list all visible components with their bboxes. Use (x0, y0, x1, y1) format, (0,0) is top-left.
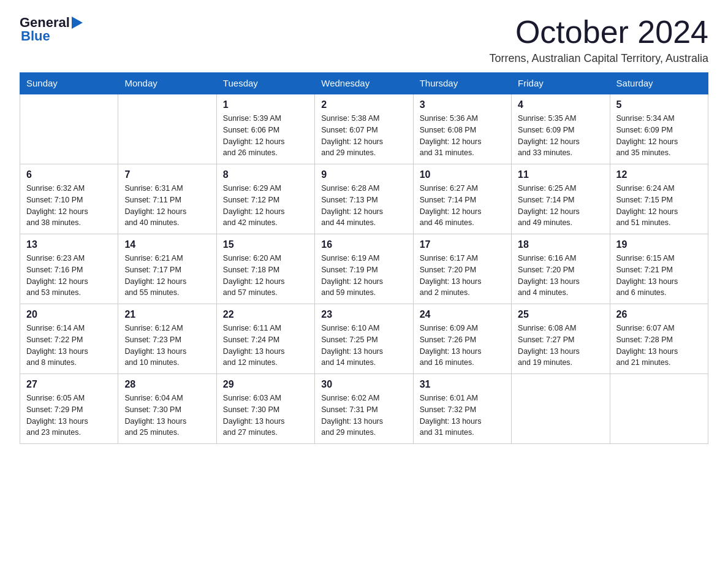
day-number: 28 (124, 379, 210, 390)
location-subtitle: Torrens, Australian Capital Territory, A… (490, 52, 709, 65)
col-header-friday: Friday (512, 73, 610, 94)
logo-text-blue: Blue (21, 28, 50, 44)
calendar-cell: 16Sunrise: 6:19 AMSunset: 7:19 PMDayligh… (315, 234, 413, 304)
day-info: Sunrise: 6:03 AMSunset: 7:30 PMDaylight:… (223, 393, 308, 439)
day-number: 5 (616, 99, 702, 110)
day-info: Sunrise: 6:05 AMSunset: 7:29 PMDaylight:… (26, 393, 112, 439)
calendar-cell: 11Sunrise: 6:25 AMSunset: 7:14 PMDayligh… (512, 164, 610, 234)
day-number: 15 (223, 239, 308, 250)
day-info: Sunrise: 5:34 AMSunset: 6:09 PMDaylight:… (616, 113, 702, 159)
calendar-cell: 8Sunrise: 6:29 AMSunset: 7:12 PMDaylight… (216, 164, 314, 234)
day-number: 14 (124, 239, 210, 250)
calendar-cell: 28Sunrise: 6:04 AMSunset: 7:30 PMDayligh… (118, 374, 216, 444)
day-number: 3 (420, 99, 505, 110)
calendar-cell: 6Sunrise: 6:32 AMSunset: 7:10 PMDaylight… (20, 164, 118, 234)
month-title: October 2024 (490, 15, 709, 50)
day-number: 31 (420, 379, 505, 390)
day-info: Sunrise: 6:07 AMSunset: 7:28 PMDaylight:… (616, 323, 702, 369)
calendar-cell: 31Sunrise: 6:01 AMSunset: 7:32 PMDayligh… (413, 374, 511, 444)
day-info: Sunrise: 6:24 AMSunset: 7:15 PMDaylight:… (616, 183, 702, 229)
calendar-table: SundayMondayTuesdayWednesdayThursdayFrid… (20, 72, 708, 444)
calendar-cell: 15Sunrise: 6:20 AMSunset: 7:18 PMDayligh… (216, 234, 314, 304)
day-number: 13 (26, 239, 112, 250)
day-number: 18 (518, 239, 603, 250)
calendar-cell: 4Sunrise: 5:35 AMSunset: 6:09 PMDaylight… (512, 94, 610, 164)
calendar-cell: 3Sunrise: 5:36 AMSunset: 6:08 PMDaylight… (413, 94, 511, 164)
day-number: 20 (26, 309, 112, 320)
calendar-cell (610, 374, 708, 444)
day-info: Sunrise: 6:20 AMSunset: 7:18 PMDaylight:… (223, 253, 308, 299)
calendar-cell: 30Sunrise: 6:02 AMSunset: 7:31 PMDayligh… (315, 374, 413, 444)
calendar-week-row: 6Sunrise: 6:32 AMSunset: 7:10 PMDaylight… (20, 164, 708, 234)
day-number: 4 (518, 99, 603, 110)
day-info: Sunrise: 6:29 AMSunset: 7:12 PMDaylight:… (223, 183, 308, 229)
day-info: Sunrise: 6:17 AMSunset: 7:20 PMDaylight:… (420, 253, 505, 299)
day-number: 22 (223, 309, 308, 320)
day-info: Sunrise: 6:15 AMSunset: 7:21 PMDaylight:… (616, 253, 702, 299)
calendar-cell: 10Sunrise: 6:27 AMSunset: 7:14 PMDayligh… (413, 164, 511, 234)
calendar-cell: 2Sunrise: 5:38 AMSunset: 6:07 PMDaylight… (315, 94, 413, 164)
calendar-cell: 20Sunrise: 6:14 AMSunset: 7:22 PMDayligh… (20, 304, 118, 374)
day-info: Sunrise: 5:35 AMSunset: 6:09 PMDaylight:… (518, 113, 603, 159)
day-number: 17 (420, 239, 505, 250)
calendar-cell: 22Sunrise: 6:11 AMSunset: 7:24 PMDayligh… (216, 304, 314, 374)
calendar-cell (512, 374, 610, 444)
calendar-cell: 5Sunrise: 5:34 AMSunset: 6:09 PMDaylight… (610, 94, 708, 164)
calendar-cell: 14Sunrise: 6:21 AMSunset: 7:17 PMDayligh… (118, 234, 216, 304)
day-number: 7 (124, 169, 210, 180)
day-info: Sunrise: 6:12 AMSunset: 7:23 PMDaylight:… (124, 323, 210, 369)
day-info: Sunrise: 6:31 AMSunset: 7:11 PMDaylight:… (124, 183, 210, 229)
day-info: Sunrise: 5:38 AMSunset: 6:07 PMDaylight:… (321, 113, 406, 159)
day-number: 12 (616, 169, 702, 180)
calendar-header-row: SundayMondayTuesdayWednesdayThursdayFrid… (20, 73, 708, 94)
day-number: 19 (616, 239, 702, 250)
day-info: Sunrise: 6:23 AMSunset: 7:16 PMDaylight:… (26, 253, 112, 299)
day-number: 27 (26, 379, 112, 390)
calendar-week-row: 1Sunrise: 5:39 AMSunset: 6:06 PMDaylight… (20, 94, 708, 164)
day-number: 23 (321, 309, 406, 320)
day-number: 11 (518, 169, 603, 180)
calendar-cell: 9Sunrise: 6:28 AMSunset: 7:13 PMDaylight… (315, 164, 413, 234)
day-number: 30 (321, 379, 406, 390)
day-info: Sunrise: 6:25 AMSunset: 7:14 PMDaylight:… (518, 183, 603, 229)
calendar-cell: 12Sunrise: 6:24 AMSunset: 7:15 PMDayligh… (610, 164, 708, 234)
day-info: Sunrise: 5:36 AMSunset: 6:08 PMDaylight:… (420, 113, 505, 159)
logo: General Blue (20, 15, 83, 44)
day-info: Sunrise: 6:02 AMSunset: 7:31 PMDaylight:… (321, 393, 406, 439)
calendar-cell (20, 94, 118, 164)
calendar-cell: 19Sunrise: 6:15 AMSunset: 7:21 PMDayligh… (610, 234, 708, 304)
day-number: 6 (26, 169, 112, 180)
calendar-cell: 21Sunrise: 6:12 AMSunset: 7:23 PMDayligh… (118, 304, 216, 374)
day-info: Sunrise: 6:28 AMSunset: 7:13 PMDaylight:… (321, 183, 406, 229)
day-number: 8 (223, 169, 308, 180)
day-number: 16 (321, 239, 406, 250)
day-info: Sunrise: 6:32 AMSunset: 7:10 PMDaylight:… (26, 183, 112, 229)
day-info: Sunrise: 6:08 AMSunset: 7:27 PMDaylight:… (518, 323, 603, 369)
title-block: October 2024 Torrens, Australian Capital… (490, 15, 709, 65)
day-number: 26 (616, 309, 702, 320)
calendar-cell: 7Sunrise: 6:31 AMSunset: 7:11 PMDaylight… (118, 164, 216, 234)
day-number: 29 (223, 379, 308, 390)
day-info: Sunrise: 6:11 AMSunset: 7:24 PMDaylight:… (223, 323, 308, 369)
day-number: 24 (420, 309, 505, 320)
col-header-wednesday: Wednesday (315, 73, 413, 94)
calendar-cell: 24Sunrise: 6:09 AMSunset: 7:26 PMDayligh… (413, 304, 511, 374)
day-info: Sunrise: 6:09 AMSunset: 7:26 PMDaylight:… (420, 323, 505, 369)
col-header-monday: Monday (118, 73, 216, 94)
calendar-cell: 18Sunrise: 6:16 AMSunset: 7:20 PMDayligh… (512, 234, 610, 304)
day-info: Sunrise: 6:01 AMSunset: 7:32 PMDaylight:… (420, 393, 505, 439)
day-info: Sunrise: 6:16 AMSunset: 7:20 PMDaylight:… (518, 253, 603, 299)
calendar-cell: 13Sunrise: 6:23 AMSunset: 7:16 PMDayligh… (20, 234, 118, 304)
calendar-cell (118, 94, 216, 164)
col-header-saturday: Saturday (610, 73, 708, 94)
page-header: General Blue October 2024 Torrens, Austr… (20, 15, 708, 65)
day-info: Sunrise: 6:27 AMSunset: 7:14 PMDaylight:… (420, 183, 505, 229)
day-number: 10 (420, 169, 505, 180)
calendar-cell: 26Sunrise: 6:07 AMSunset: 7:28 PMDayligh… (610, 304, 708, 374)
day-info: Sunrise: 6:19 AMSunset: 7:19 PMDaylight:… (321, 253, 406, 299)
day-number: 1 (223, 99, 308, 110)
logo-triangle-icon (72, 17, 83, 29)
col-header-sunday: Sunday (20, 73, 118, 94)
day-info: Sunrise: 6:04 AMSunset: 7:30 PMDaylight:… (124, 393, 210, 439)
calendar-cell: 17Sunrise: 6:17 AMSunset: 7:20 PMDayligh… (413, 234, 511, 304)
